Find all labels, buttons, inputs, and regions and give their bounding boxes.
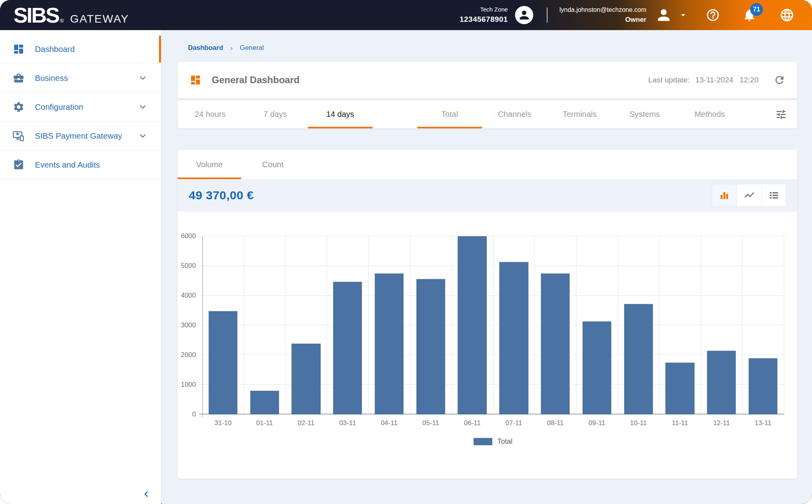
- y-axis-tick-label: 4000: [181, 292, 196, 300]
- tab-terminals[interactable]: Terminals: [547, 100, 612, 128]
- user-role: Owner: [559, 15, 646, 25]
- breadcrumb-general[interactable]: General: [240, 44, 264, 52]
- breadcrumb-dashboard[interactable]: Dashboard: [188, 44, 223, 52]
- tab-7-days[interactable]: 7 days: [243, 100, 308, 128]
- bar-01-11[interactable]: [250, 391, 279, 414]
- logo-text: SIBS: [13, 4, 59, 26]
- bar-11-11[interactable]: [665, 363, 694, 414]
- table-view-button[interactable]: [761, 184, 786, 206]
- line-chart-view-button[interactable]: [737, 184, 761, 206]
- merchant-id: 12345678901: [460, 14, 508, 25]
- sidebar-item-events-and-audits[interactable]: Events and Audits: [0, 151, 161, 179]
- dashboard-grid-icon: [12, 43, 25, 55]
- person-icon: [517, 8, 531, 22]
- sidebar-item-configuration[interactable]: Configuration: [0, 93, 161, 122]
- bar-slot: [618, 236, 659, 414]
- bar-08-11[interactable]: [541, 273, 570, 414]
- tab-count[interactable]: Count: [241, 150, 304, 179]
- sidebar: Dashboard Business Configuration: [0, 30, 161, 504]
- y-axis-tick-label: 6000: [181, 232, 196, 240]
- bar-31-10[interactable]: [209, 311, 237, 414]
- bar-10-11[interactable]: [624, 304, 653, 414]
- clipboard-check-icon: [12, 159, 25, 171]
- sibs-gateway-logo: SIBS ® GATEWAY: [13, 4, 129, 26]
- breadcrumb: Dashboard › General: [188, 43, 797, 53]
- x-axis-tick-label: 10-11: [618, 419, 659, 427]
- tab-volume[interactable]: Volume: [178, 150, 241, 179]
- x-axis-tick-label: 13-11: [742, 419, 784, 427]
- x-axis-tick-label: 02-11: [285, 419, 327, 427]
- briefcase-icon: [12, 72, 25, 84]
- registered-mark: ®: [60, 18, 64, 24]
- app-window: SIBS ® GATEWAY Tech Zone 12345678901 lyn…: [0, 0, 812, 504]
- bar-06-11[interactable]: [458, 236, 486, 414]
- x-axis-tick-label: 07-11: [493, 419, 534, 427]
- bar-02-11[interactable]: [291, 344, 320, 414]
- bar-slot: [327, 236, 368, 414]
- bar-slot: [742, 236, 784, 414]
- tab-group-gap: [373, 100, 417, 128]
- dashboard-grid-icon-orange: [190, 74, 201, 86]
- main-content: Dashboard › General General Dashboard La…: [162, 30, 812, 504]
- bar-13-11[interactable]: [749, 358, 778, 414]
- sidebar-item-label: Dashboard: [35, 44, 75, 54]
- bar-04-11[interactable]: [375, 273, 404, 414]
- bar-03-11[interactable]: [333, 282, 362, 414]
- help-icon[interactable]: [706, 8, 720, 22]
- chevron-down-icon: [138, 102, 147, 112]
- metric-tabs: Volume Count: [178, 150, 797, 179]
- merchant-info: Tech Zone 12345678901: [460, 5, 508, 25]
- bar-07-11[interactable]: [499, 262, 528, 414]
- notifications-bell-icon[interactable]: 71: [742, 8, 756, 22]
- refresh-icon[interactable]: [774, 74, 785, 86]
- sidebar-item-label: Configuration: [35, 102, 83, 112]
- sidebar-item-dashboard[interactable]: Dashboard: [0, 35, 161, 64]
- gear-icon: [12, 101, 25, 113]
- filter-tabs-bar: 24 hours 7 days 14 days Total Channels T…: [178, 100, 797, 128]
- bar-05-11[interactable]: [416, 279, 445, 414]
- legend-label: Total: [497, 437, 512, 446]
- sidebar-collapse-chevron-left-icon[interactable]: [140, 488, 152, 500]
- tab-24-hours[interactable]: 24 hours: [178, 100, 243, 128]
- legend-swatch: [473, 438, 492, 445]
- user-menu-chevron-down-icon[interactable]: [678, 10, 688, 20]
- bar-slot: [285, 236, 327, 414]
- merchant-avatar[interactable]: [515, 6, 533, 24]
- bar-slot: [701, 236, 742, 414]
- bar-slot: [244, 236, 285, 414]
- filter-sliders-icon[interactable]: [775, 109, 787, 120]
- x-axis-tick-label: 05-11: [410, 419, 452, 427]
- bar-12-11[interactable]: [707, 351, 736, 414]
- x-axis-tick-label: 31-10: [202, 419, 244, 427]
- language-globe-icon[interactable]: [779, 8, 795, 23]
- sidebar-item-business[interactable]: Business: [0, 64, 161, 93]
- sidebar-item-label: SIBS Payment Gateway: [35, 131, 122, 141]
- tab-channels[interactable]: Channels: [482, 100, 547, 128]
- x-axis-tick-label: 01-11: [244, 419, 285, 427]
- y-axis-tick-label: 0: [192, 410, 196, 418]
- tab-14-days[interactable]: 14 days: [308, 100, 373, 128]
- bar-slot: [659, 236, 701, 414]
- chart-plot: 0100020003000400050006000: [202, 236, 784, 414]
- x-axis-tick-label: 03-11: [327, 419, 368, 427]
- bar-09-11[interactable]: [582, 321, 611, 415]
- y-axis-tick-label: 1000: [181, 381, 196, 389]
- bar-slot: [452, 236, 493, 414]
- logo-suffix: GATEWAY: [70, 13, 129, 25]
- tab-methods[interactable]: Methods: [677, 100, 742, 128]
- x-axis-tick-label: 08-11: [534, 419, 576, 427]
- user-avatar[interactable]: [655, 6, 672, 24]
- sidebar-item-sibs-payment-gateway[interactable]: SIBS Payment Gateway: [0, 122, 161, 151]
- y-axis-tick-label: 5000: [181, 262, 196, 270]
- tab-total[interactable]: Total: [417, 100, 482, 128]
- total-amount-strip: 49 370,00 €: [178, 179, 797, 212]
- bar-slot: [410, 236, 452, 414]
- chevron-down-icon: [138, 73, 147, 83]
- x-axis-tick-label: 12-11: [701, 419, 742, 427]
- tab-systems[interactable]: Systems: [612, 100, 677, 128]
- chart-area: 0100020003000400050006000 31-1001-1102-1…: [178, 212, 797, 446]
- chevron-right-icon: ›: [230, 44, 233, 52]
- bar-chart-view-button[interactable]: [712, 184, 737, 206]
- x-labels: 31-1001-1102-1103-1104-1105-1106-1107-11…: [202, 419, 784, 427]
- x-axis-tick-label: 04-11: [368, 419, 410, 427]
